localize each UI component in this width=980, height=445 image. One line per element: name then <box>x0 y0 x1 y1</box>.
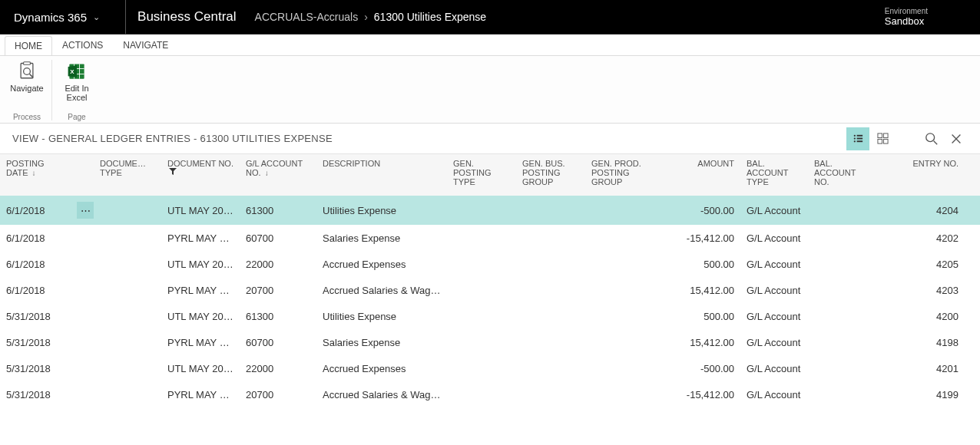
cell-gl-account-no: 60700 <box>240 225 316 251</box>
cell-padding <box>965 196 980 225</box>
cell-document-type <box>94 277 161 303</box>
top-header: Dynamics 365 ⌄ Business Central ACCRUALS… <box>0 0 980 34</box>
svg-point-12 <box>853 137 855 139</box>
breadcrumb: ACCRUALS-Accruals › 61300 Utilities Expe… <box>255 11 487 23</box>
col-posting-date[interactable]: POSTING DATE ↓ <box>0 154 71 196</box>
edit-in-excel-button-label: Edit In Excel <box>59 84 94 102</box>
cell-posting-date: 5/31/2018 <box>0 329 71 355</box>
cell-gen-prod-posting-group <box>585 329 659 355</box>
cell-entry-no: 4205 <box>876 251 965 277</box>
header-divider <box>125 0 126 34</box>
svg-text:X: X <box>70 68 74 75</box>
svg-rect-18 <box>877 139 882 143</box>
cell-gen-prod-posting-group <box>585 303 659 329</box>
ribbon-group-process: Navigate Process <box>5 58 49 123</box>
table-row[interactable]: 5/31/2018UTL MAY 201822000Accrued Expens… <box>0 355 980 381</box>
tiles-view-button[interactable] <box>871 127 894 150</box>
cell-bal-account-type: G/L Account <box>740 355 808 381</box>
cell-bal-account-no <box>808 381 876 407</box>
table-row[interactable]: 6/1/2018UTL MAY 201822000Accrued Expense… <box>0 251 980 277</box>
col-gen-posting-type[interactable]: GEN. POSTING TYPE <box>447 154 516 196</box>
table-row[interactable]: 6/1/2018PYRL MAY 201860700Salaries Expen… <box>0 225 980 251</box>
view-bar: VIEW - GENERAL LEDGER ENTRIES - 61300 UT… <box>0 124 980 154</box>
cell-padding <box>965 303 980 329</box>
tab-home[interactable]: HOME <box>5 36 52 55</box>
cell-posting-date: 5/31/2018 <box>0 381 71 407</box>
cell-bal-account-no <box>808 303 876 329</box>
cell-posting-date: 6/1/2018 <box>0 196 71 225</box>
col-bal-account-no[interactable]: BAL. ACCOUNT NO. <box>808 154 876 196</box>
list-view-button[interactable] <box>846 127 869 150</box>
cell-gen-prod-posting-group <box>585 381 659 407</box>
filter-icon <box>169 168 177 177</box>
col-entry-no[interactable]: ENTRY NO. <box>876 154 965 196</box>
table-row[interactable]: 6/1/2018⋯UTL MAY 201861300Utilities Expe… <box>0 196 980 225</box>
col-gen-posting-type-label: GEN. POSTING TYPE <box>453 159 492 186</box>
col-document-no[interactable]: DOCUMENT NO. <box>161 154 240 196</box>
tab-actions[interactable]: ACTIONS <box>52 35 113 54</box>
cell-row-actions <box>71 381 94 407</box>
brand-switcher[interactable]: Dynamics 365 ⌄ <box>14 11 114 24</box>
col-gen-prod-posting-group[interactable]: GEN. PROD. POSTING GROUP <box>585 154 659 196</box>
cell-gen-posting-type <box>447 329 516 355</box>
cell-gen-prod-posting-group <box>585 355 659 381</box>
cell-padding <box>965 277 980 303</box>
col-bal-account-type[interactable]: BAL. ACCOUNT TYPE <box>740 154 808 196</box>
cell-description: Accrued Salaries & Wages <box>316 277 447 303</box>
cell-document-no: PYRL MAY 2018 <box>161 277 240 303</box>
col-amount[interactable]: AMOUNT <box>659 154 740 196</box>
cell-posting-date: 5/31/2018 <box>0 303 71 329</box>
chevron-down-icon: ⌄ <box>93 12 100 22</box>
table-row[interactable]: 6/1/2018PYRL MAY 201820700Accrued Salari… <box>0 277 980 303</box>
view-actions <box>846 127 968 150</box>
svg-rect-16 <box>877 134 882 138</box>
cell-bal-account-type: G/L Account <box>740 251 808 277</box>
module-title[interactable]: Business Central <box>137 9 250 25</box>
ribbon-tabs: HOME ACTIONS NAVIGATE <box>0 35 980 56</box>
col-gl-account-no[interactable]: G/L ACCOUNT NO. ↓ <box>240 154 316 196</box>
col-gen-bus-posting-group[interactable]: GEN. BUS. POSTING GROUP <box>516 154 585 196</box>
cell-gen-posting-type <box>447 355 516 381</box>
cell-posting-date: 6/1/2018 <box>0 251 71 277</box>
cell-padding <box>965 225 980 251</box>
cell-posting-date: 6/1/2018 <box>0 277 71 303</box>
ribbon-group-page: X Edit In Excel Page <box>55 58 99 123</box>
breadcrumb-parent[interactable]: ACCRUALS-Accruals <box>255 11 359 23</box>
cell-amount: 15,412.00 <box>659 329 740 355</box>
svg-rect-13 <box>856 138 862 140</box>
svg-rect-17 <box>883 134 888 138</box>
row-actions-button[interactable]: ⋯ <box>77 202 94 219</box>
table-row[interactable]: 5/31/2018PYRL MAY 201860700Salaries Expe… <box>0 329 980 355</box>
cell-gen-posting-type <box>447 381 516 407</box>
close-button[interactable] <box>945 127 968 150</box>
cell-gen-bus-posting-group <box>516 277 585 303</box>
col-bal-account-type-label: BAL. ACCOUNT TYPE <box>747 159 788 186</box>
cell-gen-bus-posting-group <box>516 329 585 355</box>
col-padding <box>965 154 980 196</box>
col-description[interactable]: DESCRIPTION <box>316 154 447 196</box>
cell-bal-account-no <box>808 329 876 355</box>
grid-container: POSTING DATE ↓ DOCUME… TYPE DOCUMENT NO.… <box>0 154 980 407</box>
cell-gen-bus-posting-group <box>516 251 585 277</box>
cell-row-actions <box>71 277 94 303</box>
cell-amount: -15,412.00 <box>659 381 740 407</box>
cell-padding <box>965 329 980 355</box>
tab-navigate[interactable]: NAVIGATE <box>113 35 178 54</box>
environment-value: Sandbox <box>885 15 928 27</box>
general-ledger-entries-table: POSTING DATE ↓ DOCUME… TYPE DOCUMENT NO.… <box>0 154 980 407</box>
breadcrumb-separator-icon: › <box>364 11 368 23</box>
svg-rect-11 <box>856 135 862 137</box>
table-row[interactable]: 5/31/2018UTL MAY 201861300Utilities Expe… <box>0 303 980 329</box>
svg-point-14 <box>853 140 855 142</box>
search-button[interactable] <box>920 127 943 150</box>
navigate-button[interactable]: Navigate <box>9 59 45 93</box>
cell-entry-no: 4202 <box>876 225 965 251</box>
cell-description: Accrued Expenses <box>316 251 447 277</box>
col-document-type[interactable]: DOCUME… TYPE <box>94 154 161 196</box>
col-gl-account-no-label: G/L ACCOUNT NO. <box>246 159 303 177</box>
cell-row-actions: ⋯ <box>71 196 94 225</box>
table-row[interactable]: 5/31/2018PYRL MAY 201820700Accrued Salar… <box>0 381 980 407</box>
col-entry-no-label: ENTRY NO. <box>913 159 959 168</box>
edit-in-excel-button[interactable]: X Edit In Excel <box>59 59 94 102</box>
tiles-view-icon <box>877 133 889 144</box>
